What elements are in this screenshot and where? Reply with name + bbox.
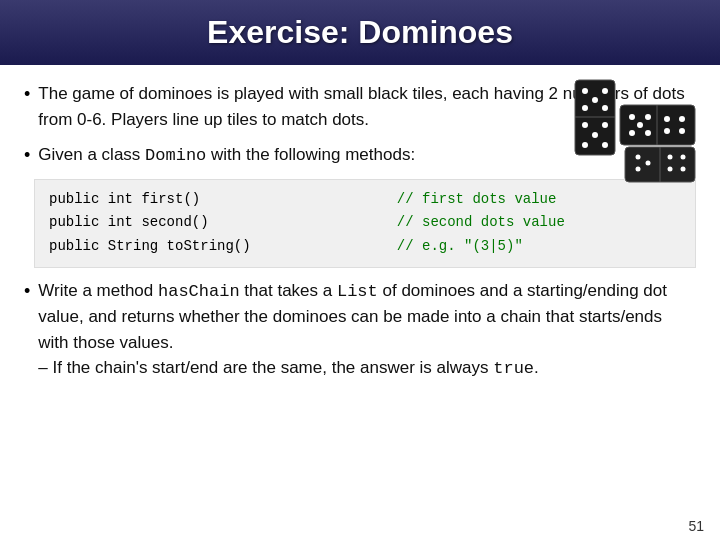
slide-title: Exercise: Dominoes bbox=[20, 14, 700, 51]
code-line-1-right: // first dots value bbox=[397, 188, 681, 212]
bullet-2-text: Given a class Domino with the following … bbox=[38, 142, 415, 169]
svg-point-26 bbox=[636, 167, 641, 172]
svg-point-15 bbox=[592, 97, 598, 103]
title-bar: Exercise: Dominoes bbox=[0, 0, 720, 65]
bullet-3-class2: List bbox=[337, 282, 378, 301]
bullet-1-marker: • bbox=[24, 82, 30, 107]
bullet-3-sub-code: true bbox=[493, 359, 534, 378]
code-line-3-right: // e.g. "(3|5)" bbox=[397, 235, 681, 259]
code-block: public int first() // first dots value p… bbox=[34, 179, 696, 268]
svg-point-3 bbox=[629, 130, 635, 136]
svg-point-30 bbox=[668, 167, 673, 172]
svg-point-8 bbox=[664, 128, 670, 134]
svg-point-19 bbox=[602, 122, 608, 128]
content-area: • The game of dominoes is played with sm… bbox=[0, 65, 720, 540]
svg-point-29 bbox=[681, 155, 686, 160]
svg-point-9 bbox=[679, 116, 685, 122]
slide: Exercise: Dominoes bbox=[0, 0, 720, 540]
svg-point-2 bbox=[629, 114, 635, 120]
svg-point-21 bbox=[582, 142, 588, 148]
bullet-3-sub: – If the chain's start/end are the same,… bbox=[38, 358, 493, 377]
svg-point-27 bbox=[646, 161, 651, 166]
code-line-2-right: // second dots value bbox=[397, 211, 681, 235]
svg-point-5 bbox=[645, 114, 651, 120]
page-number: 51 bbox=[688, 518, 704, 534]
bullet-3-intro: Write a method bbox=[38, 281, 158, 300]
svg-point-13 bbox=[582, 88, 588, 94]
bullet-2-classname: Domino bbox=[145, 146, 206, 165]
svg-point-18 bbox=[582, 122, 588, 128]
svg-point-4 bbox=[637, 122, 643, 128]
bullet-3-method: hasChain bbox=[158, 282, 240, 301]
svg-point-22 bbox=[602, 142, 608, 148]
code-line-3-left: public String toString() bbox=[49, 235, 367, 259]
svg-point-16 bbox=[582, 105, 588, 111]
bullet-3: • Write a method hasChain that takes a L… bbox=[24, 278, 696, 382]
svg-point-10 bbox=[679, 128, 685, 134]
svg-point-31 bbox=[681, 167, 686, 172]
bullet-2-after: with the following methods: bbox=[206, 145, 415, 164]
bullet-3-middle: that takes a bbox=[240, 281, 337, 300]
bullet-3-text: Write a method hasChain that takes a Lis… bbox=[38, 278, 696, 382]
code-line-1-left: public int first() bbox=[49, 188, 367, 212]
bullet-2-intro: Given a class bbox=[38, 145, 145, 164]
domino-image bbox=[570, 75, 700, 185]
svg-point-6 bbox=[645, 130, 651, 136]
bullet-3-sub-end: . bbox=[534, 358, 539, 377]
svg-point-28 bbox=[668, 155, 673, 160]
svg-point-20 bbox=[592, 132, 598, 138]
svg-point-14 bbox=[602, 88, 608, 94]
svg-point-7 bbox=[664, 116, 670, 122]
bullet-3-marker: • bbox=[24, 279, 30, 304]
svg-point-17 bbox=[602, 105, 608, 111]
bullet-2-marker: • bbox=[24, 143, 30, 168]
code-line-2-left: public int second() bbox=[49, 211, 367, 235]
svg-point-25 bbox=[636, 155, 641, 160]
